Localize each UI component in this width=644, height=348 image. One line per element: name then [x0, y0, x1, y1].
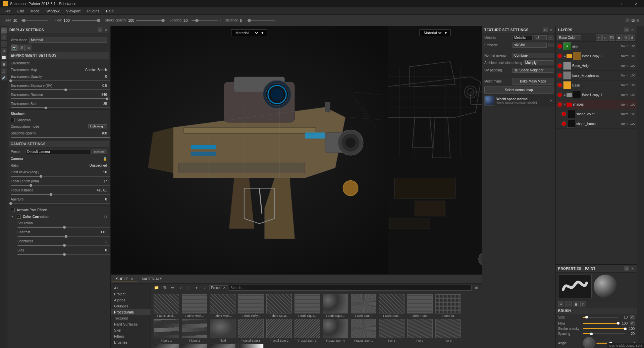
- saturation-slider[interactable]: [17, 227, 110, 228]
- brush-spacing-slider[interactable]: [583, 333, 625, 334]
- flow-slider[interactable]: [72, 20, 99, 21]
- metallic-select[interactable]: L8 L16: [534, 35, 547, 40]
- collapse-arrow[interactable]: ▼: [11, 215, 14, 218]
- env-blur-slider[interactable]: [11, 107, 110, 108]
- bias-slider[interactable]: [17, 254, 110, 255]
- layer-visibility-aim[interactable]: [557, 44, 562, 49]
- brush-size-slider[interactable]: [583, 317, 618, 318]
- category-procedurals[interactable]: Procedurals: [111, 309, 151, 315]
- shelf-item[interactable]: Fabric Squa...: [322, 294, 349, 317]
- preset-input[interactable]: [25, 149, 90, 154]
- layer-visibility-shape-bump[interactable]: [561, 121, 566, 126]
- layer-expand-base1copy1[interactable]: ▶: [563, 93, 567, 97]
- shelf-item[interactable]: Fractal Sum 3: [294, 319, 321, 342]
- layer-channel-select[interactable]: Base Color Roughness Metallic Normal Hei…: [557, 35, 581, 40]
- emissive-remove-btn[interactable]: −: [548, 43, 553, 47]
- add-fx-btn[interactable]: FX: [609, 35, 615, 41]
- paint-tool[interactable]: ✏: [1, 27, 7, 34]
- shelf-item[interactable]: Gaussian N...: [153, 344, 180, 348]
- shelf-item[interactable]: Gradient Alt...: [237, 344, 264, 348]
- shelf-tab[interactable]: SHELF ✕: [112, 276, 137, 282]
- menu-help[interactable]: Help: [103, 8, 117, 14]
- clone-tool[interactable]: ⊕: [1, 48, 7, 54]
- category-grunges[interactable]: Grunges: [111, 303, 151, 309]
- shelf-item[interactable]: Fur 2: [407, 319, 433, 342]
- viewport-icon-video[interactable]: 🎬: [18, 45, 25, 51]
- brush-icon-paint[interactable]: ✏: [558, 301, 564, 307]
- shadows-checkbox[interactable]: [11, 118, 15, 122]
- main-viewport[interactable]: Y Z Material Base Color Normal ▼: [111, 26, 388, 274]
- color-picker-tool[interactable]: 💉: [1, 74, 7, 80]
- panel-undock-btn[interactable]: □: [98, 27, 102, 32]
- layer-visibility-base1copy1[interactable]: [557, 93, 562, 97]
- layer-visibility-base[interactable]: [557, 83, 562, 88]
- layer-item-shape-bump[interactable]: shape_bump Norm 100: [556, 119, 637, 129]
- shelf-item[interactable]: Fibers 2: [181, 319, 208, 342]
- ts-undock-btn[interactable]: □: [543, 27, 548, 32]
- shelf-item[interactable]: Fabric Star...: [378, 294, 405, 317]
- layer-visibility-shape-color[interactable]: [561, 112, 566, 116]
- brush-icon-shape[interactable]: □: [580, 301, 586, 307]
- world-space-remove-btn[interactable]: ✕: [549, 99, 553, 103]
- add-layer-btn[interactable]: +: [596, 35, 602, 41]
- distance-slider[interactable]: [248, 20, 275, 21]
- shelf-item[interactable]: Fabric Medi...: [181, 294, 208, 317]
- metallic-remove-btn[interactable]: −: [548, 36, 553, 40]
- shelf-filter-btn[interactable]: ▼: [193, 284, 200, 291]
- layers-close-btn[interactable]: ✕: [630, 27, 635, 32]
- shadows-opacity-slider[interactable]: [11, 137, 110, 138]
- shelf-item[interactable]: Gaussian S...: [209, 344, 236, 348]
- window-controls[interactable]: − □ ✕: [598, 0, 644, 7]
- menu-file[interactable]: File: [1, 8, 14, 14]
- shelf-search-input[interactable]: [229, 285, 472, 291]
- layer-item-base1copy1[interactable]: ▶ Base1 copy 1 Norm 100: [556, 90, 637, 100]
- close-btn[interactable]: ✕: [629, 0, 644, 7]
- menu-plugins[interactable]: Plugins: [84, 8, 103, 14]
- layer-visibility-base1copy2[interactable]: [557, 54, 562, 58]
- env-rotation-slider[interactable]: [11, 98, 110, 99]
- fill-tool[interactable]: ◼: [1, 61, 7, 67]
- shelf-tab-close[interactable]: ✕: [130, 277, 133, 281]
- category-all[interactable]: All: [111, 285, 151, 291]
- category-textures[interactable]: Textures: [111, 315, 151, 321]
- layer-item-shapes[interactable]: ▼ shapes Norm 100: [556, 100, 637, 109]
- shelf-item[interactable]: Fabric Medi...: [153, 294, 180, 317]
- layer-item-base-roughness[interactable]: base_+roughness Norm 100: [556, 71, 637, 80]
- shelf-item[interactable]: Fabric Star...: [350, 294, 377, 317]
- add-fill-btn[interactable]: ◼: [616, 35, 622, 41]
- category-brushes[interactable]: Brushes: [111, 339, 151, 345]
- shelf-hide-btn[interactable]: ◁: [177, 284, 184, 291]
- filter-close[interactable]: ✕: [223, 286, 226, 290]
- layer-item-base[interactable]: Base Norm 100: [556, 80, 637, 90]
- uv-padding-select[interactable]: 3D Space Neighbor UV Dilation: [513, 68, 553, 73]
- delete-layer-btn[interactable]: 🗑: [629, 35, 635, 41]
- shelf-item[interactable]: Fractal Sum 1: [237, 319, 264, 342]
- env-opacity-slider[interactable]: [11, 80, 110, 81]
- focal-slider[interactable]: [11, 185, 110, 186]
- shelf-grid-toggle[interactable]: ⊞: [473, 284, 480, 291]
- secondary-viewport[interactable]: Y U ⬡ Material UV: [388, 26, 482, 274]
- menu-edit[interactable]: Edit: [14, 8, 27, 14]
- secondary-mode-select[interactable]: Material UV: [423, 31, 443, 35]
- selection-tool[interactable]: ⬜: [1, 54, 7, 60]
- main-mode-select[interactable]: Material Base Color Normal: [234, 31, 259, 35]
- render-icon[interactable]: 🖼: [631, 18, 635, 22]
- bake-mesh-maps-btn[interactable]: Bake Mesh Maps: [513, 78, 553, 85]
- shelf-item[interactable]: Fluid: [209, 319, 236, 342]
- shelf-item[interactable]: Fabric Squa...: [266, 294, 292, 317]
- duplicate-layer-btn[interactable]: ⧉: [623, 35, 629, 41]
- menu-mode[interactable]: Mode: [27, 8, 43, 14]
- shelf-circle-btn[interactable]: ○: [201, 284, 208, 291]
- shelf-item[interactable]: Fractal Sum...: [350, 319, 377, 342]
- viewport-icon-grid[interactable]: ⊞: [25, 45, 32, 51]
- layer-item-shape-color[interactable]: shape_color Norm 100: [556, 109, 637, 119]
- shelf-item[interactable]: Fabric Squa...: [294, 294, 321, 317]
- brightness-slider[interactable]: [17, 245, 110, 246]
- panel-close-btn[interactable]: ✕: [104, 27, 108, 32]
- shelf-item[interactable]: Fractal Sum 2: [266, 319, 292, 342]
- shelf-item[interactable]: Fabric Medi...: [209, 294, 236, 317]
- brush-size-lock-btn[interactable]: ✓: [630, 315, 635, 320]
- layer-visibility-shapes[interactable]: [557, 102, 562, 107]
- shelf-folder-btn[interactable]: 📁: [153, 284, 160, 291]
- shelf-list-view-btn[interactable]: ☰: [169, 284, 176, 291]
